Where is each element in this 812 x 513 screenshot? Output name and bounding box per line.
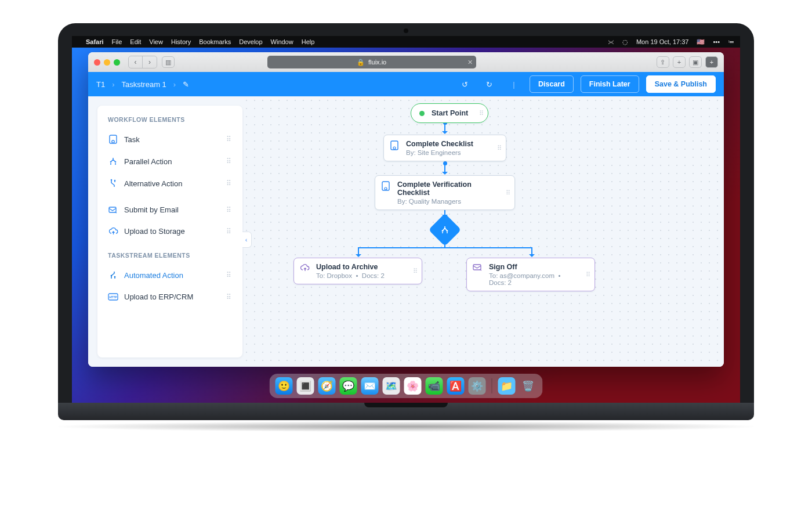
traffic-close-icon[interactable]	[94, 59, 100, 66]
lock-icon: 🔒	[357, 59, 365, 66]
battery-icon[interactable]: ◌	[622, 38, 628, 46]
collapse-sidebar-button[interactable]: ‹	[242, 232, 252, 248]
element-label: Parallel Action	[124, 157, 172, 166]
tabs-button[interactable]: ▣	[689, 56, 702, 68]
menu-help[interactable]: Help	[302, 38, 315, 45]
node-title: Sign Off	[489, 263, 577, 271]
traffic-max-icon[interactable]	[114, 59, 120, 66]
new-tab-button[interactable]: +	[673, 56, 686, 68]
menu-extra-icon[interactable]: ≔	[728, 38, 734, 46]
node-signoff[interactable]: Sign Off To: as@company.com • Docs: 2 ⠿	[466, 258, 595, 291]
svg-point-16	[447, 230, 448, 232]
workflow-canvas[interactable]: ‹	[242, 96, 724, 367]
element-storage[interactable]: Upload to Storage ⠿	[101, 222, 239, 240]
finish-later-button[interactable]: Finish Later	[581, 75, 639, 93]
dock-finder-icon[interactable]: 🙂	[276, 377, 293, 395]
wifi-icon[interactable]: ⩙	[608, 38, 614, 45]
menu-window[interactable]: Window	[271, 38, 293, 45]
node-upload[interactable]: Upload to Archive To: Dropbox • Docs: 2 …	[293, 258, 422, 284]
menu-file[interactable]: File	[112, 38, 122, 45]
dock-settings-icon[interactable]: ⚙️	[469, 377, 486, 395]
drag-handle-icon[interactable]: ⠿	[479, 110, 484, 117]
element-email[interactable]: Submit by Email ⠿	[101, 201, 239, 219]
control-center-icon[interactable]: •••	[713, 38, 720, 45]
forward-button[interactable]: ›	[143, 56, 157, 68]
menu-bookmarks[interactable]: Bookmarks	[199, 38, 231, 45]
flag-icon[interactable]: 🇺🇸	[697, 38, 705, 46]
drag-handle-icon[interactable]: ⠿	[226, 179, 232, 187]
dock-maps-icon[interactable]: 🗺️	[383, 377, 400, 395]
discard-button[interactable]: Discard	[530, 75, 574, 93]
element-parallel[interactable]: Parallel Action ⠿	[101, 152, 239, 171]
safari-toolbar: ‹ › ▥ 🔒 fluix.io ✕ ⇪ + ▣ +	[88, 52, 724, 72]
drag-handle-icon[interactable]: ⠿	[497, 144, 502, 152]
breadcrumb-name[interactable]: Taskstream 1	[122, 80, 166, 89]
stop-reload-icon[interactable]: ✕	[467, 59, 473, 66]
node-subtitle: To: as@company.com • Docs: 2	[489, 272, 577, 286]
svg-rect-17	[473, 265, 481, 270]
menu-view[interactable]: View	[149, 38, 163, 45]
menu-history[interactable]: History	[171, 38, 191, 45]
drag-handle-icon[interactable]: ⠿	[506, 189, 510, 197]
redo-button[interactable]: ↻	[481, 76, 498, 92]
menu-develop[interactable]: Develop	[239, 38, 262, 45]
node-start[interactable]: Start Point ⠿	[411, 103, 488, 123]
dock-safari-icon[interactable]: 🧭	[318, 377, 336, 395]
svg-rect-0	[110, 135, 117, 143]
drag-handle-icon[interactable]: ⠿	[586, 271, 590, 279]
svg-point-1	[112, 140, 114, 143]
section-taskstream: TASKSTREAM ELEMENTS	[101, 250, 239, 262]
element-automated[interactable]: Automated Action ⠿	[101, 266, 239, 284]
drag-handle-icon[interactable]: ⠿	[226, 271, 232, 279]
url-text: fluix.io	[368, 59, 386, 66]
drag-handle-icon[interactable]: ⠿	[226, 135, 232, 143]
drag-handle-icon[interactable]: ⠿	[226, 157, 232, 165]
traffic-min-icon[interactable]	[104, 59, 110, 66]
dock-downloads-icon[interactable]: 📁	[498, 377, 516, 395]
element-alternative[interactable]: Alternative Action ⠿	[101, 174, 239, 193]
svg-point-3	[115, 161, 117, 163]
dock-trash-icon[interactable]: 🗑️	[520, 377, 537, 395]
back-button[interactable]: ‹	[129, 56, 143, 68]
node-title: Upload to Archive	[316, 263, 385, 271]
task-icon	[108, 135, 118, 144]
node-checklist[interactable]: Complete Checklist By: Site Engineers ⠿	[383, 135, 506, 161]
dock-appstore-icon[interactable]: 🅰️	[447, 377, 465, 395]
http-icon: HTTP	[108, 293, 118, 301]
url-bar[interactable]: 🔒 fluix.io ✕	[267, 56, 476, 68]
undo-button[interactable]: ↺	[456, 76, 474, 92]
drag-handle-icon[interactable]: ⠿	[226, 206, 232, 214]
dock-launchpad-icon[interactable]: 🔳	[297, 377, 314, 395]
element-label: Upload to ERP/CRM	[124, 292, 193, 301]
drag-handle-icon[interactable]: ⠿	[413, 268, 418, 275]
breadcrumb-code[interactable]: T1	[96, 80, 105, 89]
email-icon	[473, 263, 484, 272]
task-icon	[390, 140, 401, 151]
menubar-clock[interactable]: Mon 19 Oct, 17:37	[636, 38, 689, 45]
element-erp[interactable]: HTTP Upload to ERP/CRM ⠿	[101, 288, 239, 306]
sidebar-toggle-button[interactable]: ▥	[162, 56, 175, 68]
dock-messages-icon[interactable]: 💬	[340, 377, 357, 395]
node-subtitle: By: Quality Managers	[397, 198, 497, 205]
element-task[interactable]: Task ⠿	[101, 130, 239, 149]
node-verification[interactable]: Complete Verification Checklist By: Qual…	[375, 175, 515, 210]
save-publish-button[interactable]: Save & Publish	[646, 75, 716, 93]
menu-edit[interactable]: Edit	[130, 38, 141, 45]
dock-photos-icon[interactable]: 🌸	[404, 377, 422, 395]
new-window-button[interactable]: +	[705, 56, 718, 68]
node-branch[interactable]	[429, 214, 462, 247]
svg-rect-13	[382, 182, 389, 190]
start-dot-icon	[419, 111, 425, 116]
menubar-app[interactable]: Safari	[86, 38, 104, 45]
svg-point-2	[110, 161, 112, 163]
cloud-upload-icon	[108, 227, 118, 236]
svg-text:HTTP: HTTP	[109, 295, 117, 299]
drag-handle-icon[interactable]: ⠿	[226, 293, 232, 301]
dock-facetime-icon[interactable]: 📹	[426, 377, 443, 395]
edit-name-icon[interactable]: ✎	[183, 80, 189, 89]
share-button[interactable]: ⇪	[657, 56, 669, 68]
macos-menubar: Safari File Edit View History Bookmarks …	[72, 36, 740, 48]
drag-handle-icon[interactable]: ⠿	[226, 227, 232, 236]
dock-mail-icon[interactable]: ✉️	[361, 377, 379, 395]
element-label: Submit by Email	[124, 205, 179, 214]
